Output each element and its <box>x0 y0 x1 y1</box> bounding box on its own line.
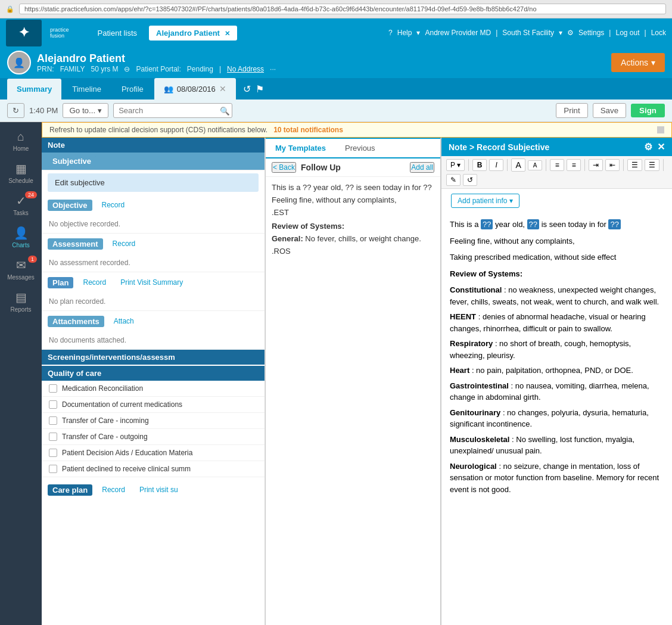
prn-value: FAMILY <box>60 65 85 73</box>
sidebar-label-home: Home <box>13 145 29 152</box>
paragraph-dropdown-btn[interactable]: P ▾ <box>446 159 465 171</box>
quality-checkbox-2[interactable] <box>49 416 57 425</box>
rp-gender-highlight: ?? <box>527 219 539 229</box>
right-panel: Note > Record Subjective ⚙ ✕ P ▾ B I A A… <box>441 138 672 625</box>
save-button[interactable]: Save <box>593 103 626 118</box>
logo: ✦ <box>6 20 42 46</box>
note-label: Note <box>48 141 65 150</box>
url-bar[interactable]: https://static.practicefusion.com/apps/e… <box>19 4 666 14</box>
encounter-tab[interactable]: 👥 08/08/2016 ✕ <box>154 78 236 99</box>
objective-record-btn[interactable]: Record <box>97 198 130 212</box>
sidebar-item-charts[interactable]: 👤 Charts <box>0 221 42 253</box>
print-button[interactable]: Print <box>556 103 587 118</box>
align-left-btn[interactable]: ☰ <box>627 159 642 171</box>
font-small-btn[interactable]: A <box>528 160 542 170</box>
outdent-btn[interactable]: ⇤ <box>605 159 620 171</box>
care-plan-record-btn[interactable]: Record <box>97 483 130 496</box>
search-submit[interactable]: 🔍 <box>220 106 230 115</box>
template-line1: This is a ?? year old, ?? is seen today … <box>272 183 434 192</box>
rp-content: This is a ?? year old, ?? is seen today … <box>441 213 672 625</box>
template-line2: Feeling fine, without any complaints, <box>272 195 434 204</box>
template-add-all-btn[interactable]: Add all <box>410 162 434 173</box>
my-templates-tab[interactable]: My Templates <box>266 139 335 158</box>
rp-line2: Feeling fine, without any complaints, <box>450 235 664 247</box>
quality-header: Quality of care <box>42 366 265 381</box>
encounter-icon: 👥 <box>164 85 173 94</box>
template-popup: My Templates Previous < Back Follow Up A… <box>265 138 441 625</box>
quality-checkbox-4[interactable] <box>49 449 57 457</box>
history-icon[interactable]: ↺ <box>243 83 251 95</box>
sidebar-item-messages[interactable]: ✉ Messages 1 <box>0 253 42 285</box>
quality-checkbox-0[interactable] <box>49 384 57 393</box>
refresh-button[interactable]: ↻ <box>7 103 24 118</box>
template-tabs: My Templates Previous <box>266 139 440 158</box>
goto-button[interactable]: Go to... ▾ <box>63 103 108 118</box>
rp-settings-icon[interactable]: ⚙ <box>644 141 652 153</box>
quality-label-2: Transfer of Care - incoming <box>62 416 149 425</box>
rp-toolbar: P ▾ B I A A ≡ ≡ ⇥ ⇤ ☰ ☰ <box>441 156 672 189</box>
assessment-label: Assessment <box>48 238 103 250</box>
quality-label-1: Documentation of current medications <box>62 400 182 409</box>
sidebar-item-reports[interactable]: ▤ Reports <box>0 285 42 318</box>
rp-gu: Genitourinary : no changes, polyuria, dy… <box>450 407 664 430</box>
toolbar-separator-6 <box>663 159 664 171</box>
sub-nav: Summary Timeline Profile 👥 08/08/2016 ✕ … <box>0 78 672 99</box>
age-gender: 50 yrs M <box>91 65 118 73</box>
quality-checkbox-5[interactable] <box>49 465 57 473</box>
notification-message: Refresh to update clinical decision supp… <box>49 126 267 134</box>
rp-musculo: Musculoskeletal : No swelling, lost func… <box>450 434 664 457</box>
rp-for-highlight: ?? <box>608 219 620 229</box>
subjective-label: Subjective <box>48 156 96 167</box>
summary-tab[interactable]: Summary <box>7 79 61 99</box>
rp-ros-header: Review of Systems: <box>450 269 522 278</box>
align-right-btn[interactable]: ☰ <box>645 159 659 171</box>
patient-tab-active[interactable]: Alejandro Patient ✕ <box>149 26 237 41</box>
search-input[interactable] <box>113 103 232 118</box>
sidebar-item-schedule[interactable]: ▦ Schedule <box>0 157 42 189</box>
settings-link[interactable]: Settings <box>578 29 604 37</box>
sign-button[interactable]: Sign <box>631 104 665 117</box>
add-patient-info-btn[interactable]: Add patient info ▾ <box>451 194 519 208</box>
quality-checkbox-3[interactable] <box>49 433 57 441</box>
indent-btn[interactable]: ⇥ <box>589 159 603 171</box>
bullet-list-btn[interactable]: ≡ <box>550 159 564 171</box>
timeline-tab[interactable]: Timeline <box>63 79 111 99</box>
numbered-list-btn[interactable]: ≡ <box>567 159 581 171</box>
lock-link[interactable]: Lock <box>651 29 666 37</box>
quality-checkbox-1[interactable] <box>49 400 57 409</box>
screenings-header[interactable]: Screenings/interventions/assessm <box>42 350 265 365</box>
portal-label: Patient Portal: <box>136 65 181 73</box>
assessment-record-btn[interactable]: Record <box>108 237 141 250</box>
template-back-btn[interactable]: < Back <box>272 162 296 173</box>
patient-lists-tab[interactable]: Patient lists <box>91 26 144 41</box>
edit-pencil-btn[interactable]: ✎ <box>446 174 461 186</box>
font-large-btn[interactable]: A <box>511 158 525 172</box>
plan-record-btn[interactable]: Record <box>78 276 111 289</box>
rp-close-icon[interactable]: ✕ <box>657 141 665 153</box>
profile-tab[interactable]: Profile <box>112 79 153 99</box>
rp-heent: HEENT : denies of abnormal headache, vis… <box>450 311 664 334</box>
attach-btn[interactable]: Attach <box>109 315 139 328</box>
edit-subjective[interactable]: Edit subjective <box>48 173 259 192</box>
actions-button[interactable]: Actions ▾ <box>611 53 665 72</box>
patient-header: 👤 Alejandro Patient PRN: FAMILY 50 yrs M… <box>0 47 672 78</box>
flag-icon[interactable]: ⚑ <box>256 83 264 95</box>
bold-btn[interactable]: B <box>472 159 487 171</box>
plan-print-btn[interactable]: Print Visit Summary <box>116 276 188 289</box>
care-plan-print-btn[interactable]: Print visit su <box>135 483 183 496</box>
no-address-link[interactable]: No Address <box>227 65 264 73</box>
sidebar-label-reports: Reports <box>10 306 31 313</box>
previous-tab[interactable]: Previous <box>335 139 385 158</box>
logout-link[interactable]: Log out <box>615 29 639 37</box>
sidebar-label-messages: Messages <box>7 274 35 281</box>
sidebar-item-tasks[interactable]: ✓ Tasks 24 <box>0 189 42 221</box>
no-assessment-text: No assessment recorded. <box>42 254 265 272</box>
undo-btn[interactable]: ↺ <box>463 174 477 186</box>
encounter-close-icon[interactable]: ✕ <box>219 84 226 94</box>
template-ros: .ROS <box>272 247 434 256</box>
time-display: 1:40 PM <box>29 106 58 115</box>
help-label[interactable]: Help <box>397 29 412 37</box>
italic-btn[interactable]: I <box>489 159 503 171</box>
notification-scroll[interactable] <box>657 126 664 133</box>
sidebar-item-home[interactable]: ⌂ Home <box>0 125 42 157</box>
